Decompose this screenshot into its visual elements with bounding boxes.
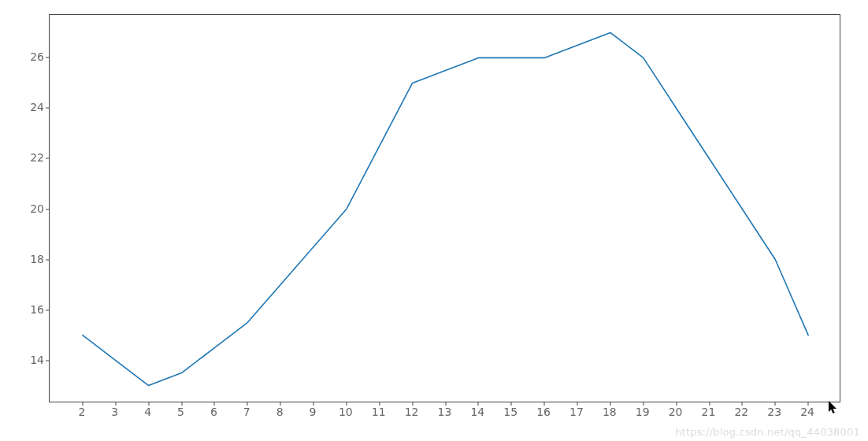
x-tick-label: 3 — [111, 406, 118, 418]
y-tick-label: 22 — [30, 151, 44, 164]
x-tick-label: 9 — [310, 406, 317, 418]
x-tick-label: 20 — [669, 406, 683, 418]
x-tick-label: 17 — [569, 406, 584, 418]
x-tick-label: 7 — [243, 406, 250, 418]
y-tick-label: 20 — [30, 202, 44, 215]
x-tick-label: 2 — [78, 406, 85, 418]
y-tick-label: 14 — [30, 354, 44, 366]
x-tick-label: 22 — [734, 406, 748, 418]
y-axis: 14161820222426 — [0, 14, 49, 402]
watermark-text: https://blog.csdn.net/qq_44038001 — [675, 426, 860, 438]
figure: 14161820222426 2345678910111213141516171… — [0, 0, 868, 441]
x-tick-label: 21 — [702, 406, 716, 418]
x-tick-label: 24 — [800, 406, 814, 418]
x-tick-label: 10 — [339, 406, 353, 418]
x-tick-label: 11 — [372, 406, 386, 418]
x-tick-label: 19 — [636, 406, 650, 418]
y-tick-label: 26 — [30, 50, 44, 63]
x-tick-label: 14 — [470, 406, 484, 418]
plot-area — [49, 14, 840, 402]
x-tick-label: 12 — [405, 406, 419, 418]
x-tick-label: 6 — [210, 406, 217, 418]
y-tick-label: 18 — [30, 253, 44, 265]
x-tick-label: 13 — [438, 406, 452, 418]
x-tick-label: 16 — [536, 406, 551, 418]
x-axis: 23456789101112131415161718192021222324 — [49, 402, 840, 426]
y-tick-label: 16 — [30, 303, 44, 316]
x-tick-label: 4 — [144, 406, 151, 418]
chart-svg — [50, 15, 841, 403]
y-tick-label: 24 — [30, 101, 44, 113]
line-series — [83, 32, 808, 385]
x-tick-label: 5 — [177, 406, 184, 418]
x-tick-label: 15 — [503, 406, 517, 418]
x-tick-label: 18 — [603, 406, 617, 418]
x-tick-label: 8 — [276, 406, 284, 418]
x-tick-label: 23 — [767, 406, 781, 418]
